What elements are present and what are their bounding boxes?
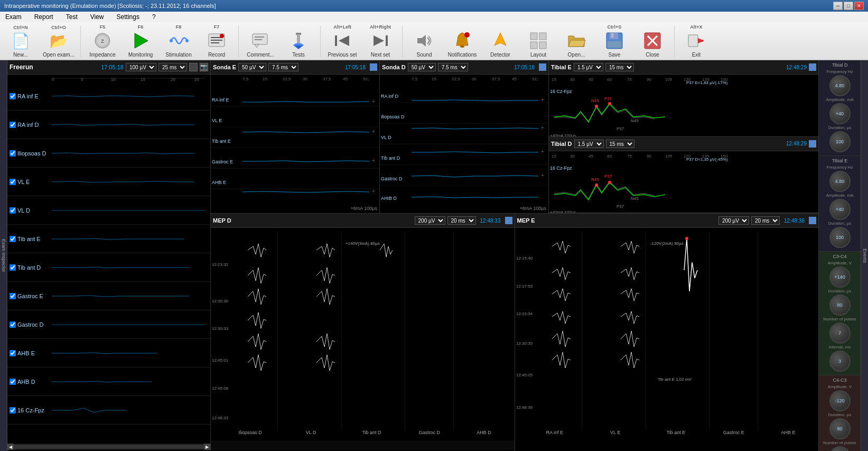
tibial-d-save-icon[interactable] xyxy=(809,140,816,148)
menu-report[interactable]: Report xyxy=(31,12,57,22)
c3c4-interval-knob[interactable]: 3 xyxy=(829,351,851,372)
tibial-e-save-icon[interactable] xyxy=(809,63,816,71)
window-close-button[interactable]: ✕ xyxy=(854,2,864,10)
channel-check-tib-ant-d[interactable] xyxy=(10,264,16,271)
mep-d-save-icon[interactable] xyxy=(505,217,512,224)
sonda-e-save-icon[interactable] xyxy=(370,63,377,71)
channel-check-vl-d[interactable] xyxy=(10,207,16,214)
exam-inspector-tab[interactable]: Exam Inspector xyxy=(0,60,7,451)
voltage-range-select[interactable]: 100 µV 50 µV 200 µV xyxy=(126,63,156,71)
sonda-d-voltage[interactable]: 50 µV xyxy=(408,63,436,71)
mep-e-voltage[interactable]: 200 µV xyxy=(718,216,749,225)
c4c3-dur-knob[interactable]: 80 xyxy=(829,418,851,439)
save-button[interactable]: Ctrl+S Save xyxy=(596,23,633,59)
tibial-e-dur-knob[interactable]: 100 xyxy=(829,227,851,248)
events-tab[interactable]: Events xyxy=(861,60,868,451)
c3c4-dur-knob[interactable]: 80 xyxy=(829,294,851,316)
c3c4-amp-knob[interactable]: +140 xyxy=(829,266,851,288)
open-icon xyxy=(566,31,587,51)
menu-view[interactable]: View xyxy=(87,12,107,22)
channel-check-gastroc-e[interactable] xyxy=(10,293,16,299)
prev-set-icon xyxy=(332,31,353,51)
tibial-d-dur-knob[interactable]: 100 xyxy=(829,131,851,152)
exit-button[interactable]: Alt+X Exit xyxy=(678,23,715,59)
tibial-e-panel: Tibial E 1.5 µV 15 ms 12:48:29 15 30 45 xyxy=(549,60,818,137)
channel-ahb-d: AHB D xyxy=(7,367,210,396)
open-exam-button[interactable]: Ctrl+O 📂 Open exam... xyxy=(40,23,77,59)
sonda-e-panel: Sonda E 50 µV 7.5 ms 17:05:18 7,5 15 22,… xyxy=(211,60,380,213)
svg-text:90: 90 xyxy=(647,77,651,82)
sound-button[interactable]: - Sound xyxy=(406,23,443,59)
menu-help[interactable]: ? xyxy=(149,12,159,22)
channel-check-16-cz-fpz[interactable] xyxy=(10,407,16,413)
detector-button[interactable]: - Detector xyxy=(482,23,519,59)
scroll-track[interactable] xyxy=(14,445,204,449)
channel-check-gastroc-d[interactable] xyxy=(10,321,16,328)
next-set-button[interactable]: Alt+Right Next set xyxy=(362,23,399,59)
sonda-d-time[interactable]: 7.5 ms xyxy=(438,63,468,71)
tibial-e-amp-knob[interactable]: +40 xyxy=(829,199,851,220)
mep-d-time[interactable]: 20 ms xyxy=(447,216,476,225)
new-icon: 📄 xyxy=(10,31,31,51)
channel-check-iliopsoas-d[interactable] xyxy=(10,150,16,157)
svg-text:37,5: 37,5 xyxy=(492,77,500,81)
svg-text:25: 25 xyxy=(194,77,199,82)
tibial-d-voltage[interactable]: 1.5 µV xyxy=(574,140,604,148)
channel-check-tib-ant-e[interactable] xyxy=(10,236,16,242)
channel-check-ra-inf-d[interactable] xyxy=(10,122,16,128)
tibial-e-voltage[interactable]: 1.5 µV xyxy=(574,63,603,71)
channel-wave-gastroc-d xyxy=(52,314,208,335)
impedance-button[interactable]: F5 Z Impedance xyxy=(84,23,121,59)
channel-check-ra-inf-e[interactable] xyxy=(10,93,16,99)
sonda-e-time[interactable]: 7.5 ms xyxy=(268,63,298,71)
maximize-button[interactable]: □ xyxy=(844,2,853,10)
channel-check-vl-e[interactable] xyxy=(10,179,16,185)
layout-button[interactable]: - Layout xyxy=(520,23,557,59)
notifications-button[interactable]: - Notifications xyxy=(444,23,481,59)
scroll-left-btn[interactable]: ◀ xyxy=(7,444,14,450)
channel-wave-ahb-d xyxy=(52,371,208,392)
scroll-right-btn[interactable]: ▶ xyxy=(204,444,210,450)
settings-icon[interactable] xyxy=(189,63,198,71)
mep-d-panel: MEP D 200 µV 20 ms 12:48:33 Iliopsoas D … xyxy=(211,214,515,451)
c4c3-amp-knob[interactable]: -120 xyxy=(829,390,851,411)
svg-text:37,5: 37,5 xyxy=(323,77,331,81)
record-button[interactable]: F7 Record xyxy=(198,23,235,59)
c3c4-pulses-knob[interactable]: 7 xyxy=(829,323,851,344)
open-button[interactable]: - Open... xyxy=(558,23,595,59)
menu-settings[interactable]: Settings xyxy=(114,12,143,22)
tests-button[interactable]: - Tests xyxy=(280,23,317,59)
svg-text:-120V(2mA) 80µs: -120V(2mA) 80µs xyxy=(650,241,683,246)
tibial-d-time[interactable]: 15 ms xyxy=(606,140,634,148)
detector-icon xyxy=(490,31,511,51)
sonda-e-voltage[interactable]: 50 µV xyxy=(238,63,266,71)
new-button[interactable]: Ctrl+N 📄 New... xyxy=(2,23,39,59)
tibial-d-freq-knob[interactable]: 4.80 xyxy=(829,75,851,96)
stimulation-icon xyxy=(168,31,189,51)
mep-e-time[interactable]: 20 ms xyxy=(751,216,780,225)
close-button[interactable]: - Close xyxy=(634,23,671,59)
sonda-d-save-icon[interactable] xyxy=(539,63,546,71)
tibial-d-amp-knob[interactable]: +40 xyxy=(829,103,851,124)
svg-text:VL E: VL E xyxy=(212,118,222,123)
menu-test[interactable]: Test xyxy=(63,12,81,22)
svg-text:+: + xyxy=(372,128,375,134)
mep-d-voltage[interactable]: 200 µV xyxy=(415,216,445,225)
prev-set-label: Previous set xyxy=(328,52,357,58)
mep-e-save-icon[interactable] xyxy=(809,217,816,224)
channel-wave-tib-ant-d xyxy=(52,257,208,278)
tibial-e-freq-knob[interactable]: 4.80 xyxy=(829,171,851,192)
time-range-select[interactable]: 25 ms 50 ms 10 ms xyxy=(158,63,187,71)
channel-check-ahb-d[interactable] xyxy=(10,379,16,385)
comment-button[interactable]: - Comment... xyxy=(242,23,279,59)
minimize-button[interactable]: ─ xyxy=(833,2,843,10)
menu-exam[interactable]: Exam xyxy=(2,12,25,22)
channel-check-ahb-e[interactable] xyxy=(10,350,16,356)
c4c3-pulses-knob[interactable]: 7 xyxy=(829,446,851,451)
save-icon xyxy=(604,31,625,51)
prev-set-button[interactable]: Alt+Left Previous set xyxy=(324,23,361,59)
stimulation-button[interactable]: F8 Stimulation xyxy=(160,23,197,59)
tibial-e-time[interactable]: 15 ms xyxy=(605,63,634,71)
camera-icon[interactable]: 📷 xyxy=(200,63,208,71)
monitoring-button[interactable]: F6 Monitoring xyxy=(122,23,159,59)
